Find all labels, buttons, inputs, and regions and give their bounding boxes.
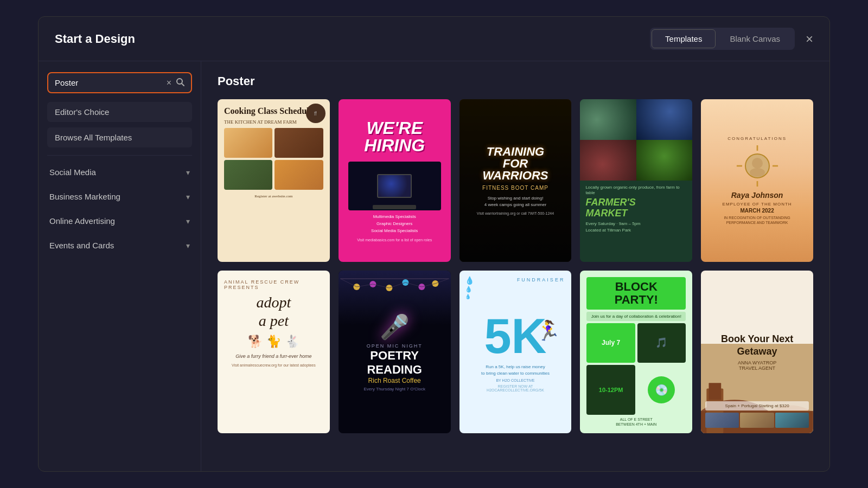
sidebar-item-business-marketing[interactable]: Business Marketing ▾ (47, 187, 192, 207)
template-card-training[interactable]: TRAININGFORWARRIORS FITNESS BOOT CAMP St… (459, 99, 572, 262)
svg-line-23 (389, 282, 405, 288)
5k-number: 5K (484, 312, 546, 361)
card-bottom: Locally grown organic-only produce, from… (580, 181, 692, 262)
laptop-display (348, 162, 441, 210)
farm-img-1 (580, 99, 636, 140)
card-url: Visit mediabasics.com for a list of open… (357, 238, 432, 242)
farm-img-3 (580, 140, 636, 181)
sidebar-label-social-media: Social Media (49, 168, 96, 177)
congrats-month: MARCH 2022 (740, 208, 774, 214)
travel-content: Book Your Next Getaway ANNA WYATROPTRAVE… (710, 326, 805, 378)
svg-point-11 (752, 158, 763, 169)
farm-img-bg3 (580, 140, 636, 181)
laptop-base (373, 205, 416, 209)
search-submit-button[interactable] (176, 78, 184, 88)
sun-rays-svg (736, 144, 779, 188)
food-images-row1 (224, 128, 323, 158)
card-text: TRAININGFORWARRIORS FITNESS BOOT CAMP St… (477, 146, 554, 215)
poetry-time: Every Thursday Night 7 O'Clock (363, 387, 425, 391)
modal-header: Start a Design Templates Blank Canvas × (39, 17, 829, 61)
mic-icon: 🎤 (380, 313, 410, 341)
food-image-1 (224, 128, 272, 158)
food-images-row2 (224, 160, 323, 190)
sidebar-label-events-and-cards: Events and Cards (49, 241, 114, 250)
search-input[interactable] (55, 78, 162, 87)
modal-body: × Editor's Choice Browse All Templates S… (39, 61, 829, 471)
modal-title: Start a Design (55, 32, 135, 46)
template-card-travel[interactable]: Book Your Next Getaway ANNA WYATROPTRAVE… (701, 271, 813, 433)
chevron-down-icon: ▾ (186, 168, 190, 177)
adopt-animals: 🐕 🐈 🐇 (247, 334, 299, 349)
block-desc: Join us for a day of collaboration & cel… (586, 312, 686, 321)
5k-org: BY H2O COLLECTIVE (496, 378, 534, 382)
drop-3: 💧 (465, 294, 474, 299)
animal-icon-3: 🐇 (284, 334, 299, 349)
templates-grid: Cooking Class Schedule THE KITCHEN AT DR… (218, 99, 813, 433)
water-drops: 💧 💧 💧 (465, 276, 474, 299)
farm-img-bg4 (636, 140, 692, 181)
template-card-5k[interactable]: 💧 💧 💧 FUNDRAISER 5K 🏃‍♀️ Run a 5K, help … (459, 271, 572, 433)
block-cell-vinyl: 💿 (648, 376, 675, 403)
template-card-congratulations[interactable]: CONGRATULATIONS (701, 99, 813, 262)
farmers-market-headline: FARMER'SMARKET (585, 197, 687, 219)
svg-rect-32 (709, 383, 722, 400)
template-card-farmers-market[interactable]: Locally grown organic-only produce, from… (580, 99, 692, 262)
lights-decoration (339, 271, 451, 314)
congrats-recognition: IN RECOGNITION OF OUTSTANDINGPERFORMANCE… (724, 215, 790, 225)
laptop-screen (377, 174, 412, 198)
sidebar-label-online-advertising: Online Advertising (49, 216, 115, 226)
congrats-award-title: EMPLOYEE OF THE MONTH (723, 202, 792, 207)
fundraiser-label: FUNDRAISER (517, 277, 565, 282)
svg-line-24 (405, 282, 422, 287)
tab-templates[interactable]: Templates (652, 29, 716, 48)
sidebar-label-business-marketing: Business Marketing (49, 192, 120, 201)
sidebar-item-social-media[interactable]: Social Media ▾ (47, 162, 192, 182)
food-image-2 (275, 128, 323, 158)
farmers-info: Every Saturday · 9am – 5pmLocated at Til… (585, 221, 687, 233)
5k-desc: Run a 5K, help us raise moneyto bring cl… (481, 364, 550, 376)
tab-group: Templates Blank Canvas (650, 28, 795, 50)
template-card-adopt-pet[interactable]: ANIMAL RESCUE CREW PRESENTS adopta pet 🐕… (218, 271, 330, 433)
warrior-contact: Visit warriortraining.org or call 7WIT-5… (477, 211, 554, 215)
block-location: ALL OF E STREETBETWEEN 4TH + MAIN (586, 417, 686, 427)
modal-overlay: Start a Design Templates Blank Canvas × … (38, 16, 830, 472)
food-image-4 (275, 160, 323, 190)
svg-line-7 (773, 163, 778, 169)
farm-img-bg1 (580, 99, 636, 140)
congrats-name: Raya Johnson (731, 191, 783, 200)
sidebar-item-browse-all[interactable]: Browse All Templates (47, 127, 192, 147)
card-footer-text: Register at awebsite.com (224, 194, 323, 198)
travel-img-2 (740, 413, 774, 428)
adopt-org: ANIMAL RESCUE CREW PRESENTS (224, 279, 323, 290)
travel-footer: Spain + Portugal Starting at $320 (701, 401, 813, 428)
template-card-block-party[interactable]: BLOCKPARTY! Join us for a day of collabo… (580, 271, 692, 433)
sidebar-item-events-and-cards[interactable]: Events and Cards ▾ (47, 235, 192, 255)
sun-decoration (736, 144, 779, 188)
template-card-poetry[interactable]: 🎤 Open Mic Night Poetry Reading Rich Roa… (339, 271, 451, 433)
farm-img-2 (636, 99, 692, 140)
svg-point-12 (750, 168, 765, 177)
card-roles: Multimedia SpecialistsGraphic DesignersS… (371, 214, 418, 234)
sidebar-item-editors-choice[interactable]: Editor's Choice (47, 102, 192, 122)
farm-img-bg2 (636, 99, 692, 140)
search-clear-button[interactable]: × (167, 79, 171, 87)
search-icon (176, 78, 184, 86)
sidebar-item-online-advertising[interactable]: Online Advertising ▾ (47, 211, 192, 231)
lights-svg (339, 271, 451, 314)
tab-blank-canvas[interactable]: Blank Canvas (717, 29, 793, 48)
animal-icon-2: 🐈 (266, 334, 281, 349)
5k-register: REGISTER NOW ATH2OCARECOLLECTIVE.ORG/5K (487, 384, 544, 392)
svg-line-20 (340, 279, 356, 287)
close-button[interactable]: × (806, 33, 813, 46)
section-title: Poster (218, 74, 813, 88)
template-card-hiring[interactable]: WE'REHIRING Multimedia SpecialistsGraphi… (339, 99, 451, 262)
city-img-2 (740, 413, 774, 428)
farm-img-4 (636, 140, 692, 181)
chevron-down-icon: ▾ (186, 217, 190, 226)
template-card-cooking-class[interactable]: Cooking Class Schedule THE KITCHEN AT DR… (218, 99, 330, 262)
svg-line-9 (737, 163, 742, 169)
search-box[interactable]: × (47, 72, 192, 93)
adopt-url: Visit animalrescuecrew.org for our lates… (232, 363, 316, 367)
card-images (580, 99, 692, 181)
block-party-title: BLOCKPARTY! (586, 277, 686, 310)
